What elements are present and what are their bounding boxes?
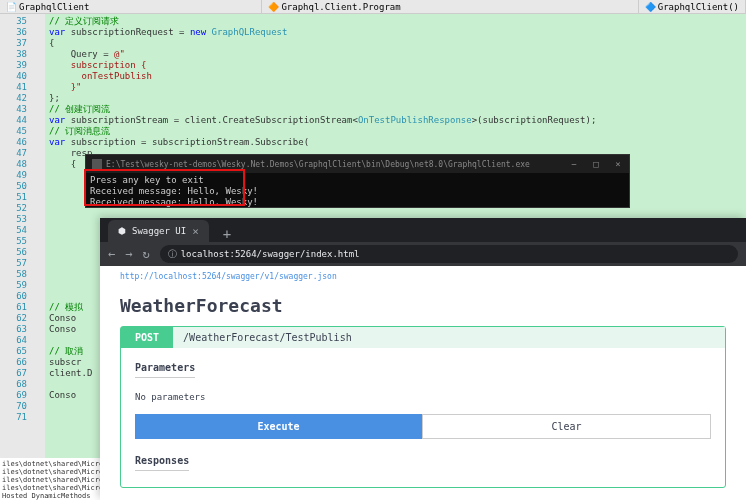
console-titlebar[interactable]: E:\Test\wesky-net-demos\Wesky.Net.Demos\… bbox=[86, 155, 629, 173]
line-num: 69 bbox=[0, 390, 27, 401]
code-text: // 定义订阅请求 bbox=[49, 16, 119, 26]
line-num: 68 bbox=[0, 379, 27, 390]
line-num: 53 bbox=[0, 214, 27, 225]
line-num: 60 bbox=[0, 291, 27, 302]
line-num: 65 bbox=[0, 346, 27, 357]
line-num: 70 bbox=[0, 401, 27, 412]
console-line: Received message: Hello, Wesky! bbox=[90, 186, 625, 197]
line-num: 62 bbox=[0, 313, 27, 324]
line-num: 52 bbox=[0, 203, 27, 214]
code-text: var bbox=[49, 137, 65, 147]
clear-button[interactable]: Clear bbox=[422, 414, 711, 439]
line-num: 42 bbox=[0, 93, 27, 104]
line-num: 40 bbox=[0, 71, 27, 82]
line-number-gutter: 35 36 37 38 39 40 41 42 43 44 45 46 47 4… bbox=[0, 14, 30, 494]
line-num: 43 bbox=[0, 104, 27, 115]
output-line: iles\dotnet\shared\Microsoft.N bbox=[2, 484, 98, 492]
no-parameters-text: No parameters bbox=[135, 392, 711, 402]
line-num: 59 bbox=[0, 280, 27, 291]
code-text: subscription { bbox=[49, 60, 742, 71]
line-num: 39 bbox=[0, 60, 27, 71]
code-text: }; bbox=[49, 93, 742, 104]
line-num: 71 bbox=[0, 412, 27, 423]
line-num: 61 bbox=[0, 302, 27, 313]
line-num: 49 bbox=[0, 170, 27, 181]
code-text: Query = bbox=[49, 49, 114, 59]
csharp-icon: 📄 bbox=[6, 2, 16, 12]
code-text: onTestPublish bbox=[49, 71, 742, 82]
output-line: iles\dotnet\shared\Microsoft.N bbox=[2, 476, 98, 484]
endpoint-path: /WeatherForecast/TestPublish bbox=[173, 332, 352, 343]
line-num: 55 bbox=[0, 236, 27, 247]
console-line: Received message: Hello, Wesky! bbox=[90, 197, 625, 208]
line-num: 66 bbox=[0, 357, 27, 368]
line-num: 45 bbox=[0, 126, 27, 137]
line-num: 50 bbox=[0, 181, 27, 192]
browser-navbar: ← → ↻ ⓘ localhost:5264/swagger/index.htm… bbox=[100, 242, 746, 266]
browser-tabbar: ⬢ Swagger UI × + bbox=[100, 218, 746, 242]
line-num: 36 bbox=[0, 27, 27, 38]
code-text: // 订阅消息流 bbox=[49, 126, 742, 137]
close-button[interactable]: × bbox=[607, 155, 629, 173]
swagger-json-link[interactable]: http://localhost:5264/swagger/v1/swagger… bbox=[120, 272, 726, 281]
reload-button[interactable]: ↻ bbox=[142, 247, 149, 261]
url-bar[interactable]: ⓘ localhost:5264/swagger/index.html bbox=[160, 245, 738, 263]
info-icon: ⓘ bbox=[168, 248, 177, 261]
code-text: var bbox=[49, 115, 65, 125]
class-dropdown[interactable]: 🔶Graphql.Client.Program bbox=[262, 0, 638, 13]
endpoint-block: POST /WeatherForecast/TestPublish Parame… bbox=[120, 326, 726, 488]
tab-close-button[interactable]: × bbox=[192, 225, 199, 238]
url-text: localhost:5264/swagger/index.html bbox=[181, 249, 360, 259]
parameters-label: Parameters bbox=[135, 362, 195, 378]
file-dropdown-text: GraphqlClient bbox=[19, 2, 89, 12]
console-output: Press any key to exit Received message: … bbox=[86, 173, 629, 210]
code-text: GraphQLRequest bbox=[206, 27, 287, 37]
code-text: subscriptionRequest = bbox=[65, 27, 190, 37]
class-dropdown-text: Graphql.Client.Program bbox=[281, 2, 400, 12]
file-dropdown[interactable]: 📄GraphqlClient bbox=[0, 0, 262, 13]
method-icon: 🔷 bbox=[645, 2, 655, 12]
line-num: 46 bbox=[0, 137, 27, 148]
browser-tab[interactable]: ⬢ Swagger UI × bbox=[108, 220, 209, 242]
code-text: OnTestPublishResponse bbox=[358, 115, 472, 125]
browser-window: ⬢ Swagger UI × + ← → ↻ ⓘ localhost:5264/… bbox=[100, 218, 746, 500]
line-num: 37 bbox=[0, 38, 27, 49]
line-num: 51 bbox=[0, 192, 27, 203]
editor-dropdowns: 📄GraphqlClient 🔶Graphql.Client.Program 🔷… bbox=[0, 0, 746, 14]
code-text: var bbox=[49, 27, 65, 37]
line-num: 64 bbox=[0, 335, 27, 346]
line-num: 67 bbox=[0, 368, 27, 379]
endpoint-header[interactable]: POST /WeatherForecast/TestPublish bbox=[121, 327, 725, 348]
new-tab-button[interactable]: + bbox=[217, 226, 237, 242]
line-num: 54 bbox=[0, 225, 27, 236]
method-badge: POST bbox=[121, 327, 173, 348]
class-icon: 🔶 bbox=[268, 2, 278, 12]
button-row: Execute Clear bbox=[135, 414, 711, 439]
code-text: subscriptionStream = client.CreateSubscr… bbox=[65, 115, 358, 125]
maximize-button[interactable]: □ bbox=[585, 155, 607, 173]
line-num: 47 bbox=[0, 148, 27, 159]
console-window: E:\Test\wesky-net-demos\Wesky.Net.Demos\… bbox=[85, 154, 630, 208]
line-num: 41 bbox=[0, 82, 27, 93]
method-dropdown[interactable]: 🔷GraphqlClient() bbox=[639, 0, 746, 13]
tab-title: Swagger UI bbox=[132, 226, 186, 236]
code-text: >(subscriptionRequest); bbox=[472, 115, 597, 125]
code-text: new bbox=[190, 27, 206, 37]
fold-gutter bbox=[30, 14, 45, 494]
endpoint-body: Parameters No parameters Execute Clear R… bbox=[121, 348, 725, 487]
back-button[interactable]: ← bbox=[108, 247, 115, 261]
forward-button[interactable]: → bbox=[125, 247, 132, 261]
line-num: 44 bbox=[0, 115, 27, 126]
output-line: Hosted DynamicMethods Assembly bbox=[2, 492, 98, 500]
code-text: { bbox=[49, 38, 742, 49]
line-num: 57 bbox=[0, 258, 27, 269]
swagger-page: http://localhost:5264/swagger/v1/swagger… bbox=[100, 266, 746, 500]
execute-button[interactable]: Execute bbox=[135, 414, 422, 439]
line-num: 48 bbox=[0, 159, 27, 170]
minimize-button[interactable]: − bbox=[563, 155, 585, 173]
console-line: Press any key to exit bbox=[90, 175, 625, 186]
line-num: 35 bbox=[0, 16, 27, 27]
swagger-favicon-icon: ⬢ bbox=[118, 226, 126, 236]
console-title-text: E:\Test\wesky-net-demos\Wesky.Net.Demos\… bbox=[106, 160, 530, 169]
line-num: 63 bbox=[0, 324, 27, 335]
